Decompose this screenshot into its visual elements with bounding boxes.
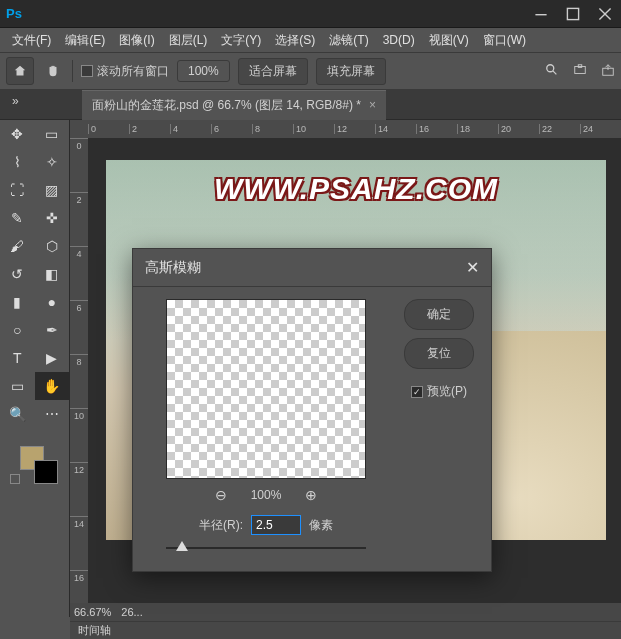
svg-rect-0 (535, 14, 546, 15)
document-tab-close-icon[interactable]: × (369, 98, 376, 112)
eraser-tool[interactable]: ◧ (35, 260, 70, 288)
gaussian-blur-dialog: 高斯模糊 ✕ ⊖ 100% ⊕ 半径(R): 像素 确定 复位 (132, 248, 492, 572)
menu-image[interactable]: 图像(I) (113, 30, 160, 51)
scroll-all-checkbox[interactable]: 滚动所有窗口 (81, 63, 169, 80)
svg-line-5 (553, 70, 557, 74)
lasso-tool[interactable]: ⌇ (0, 148, 35, 176)
title-bar: Ps (0, 0, 621, 28)
menu-filter[interactable]: 滤镜(T) (323, 30, 374, 51)
menu-edit[interactable]: 编辑(E) (59, 30, 111, 51)
document-tab[interactable]: 面粉山的金莲花.psd @ 66.7% (图层 14, RGB/8#) * × (82, 90, 386, 120)
crop-tool[interactable]: ⛶ (0, 176, 35, 204)
frame-tool[interactable]: ▨ (35, 176, 70, 204)
minimize-button[interactable] (525, 0, 557, 28)
menu-file[interactable]: 文件(F) (6, 30, 57, 51)
radius-label: 半径(R): (199, 517, 243, 534)
radius-unit: 像素 (309, 517, 333, 534)
svg-point-4 (547, 64, 554, 71)
brush-tool[interactable]: 🖌 (0, 232, 35, 260)
gradient-tool[interactable]: ▮ (0, 288, 35, 316)
background-color[interactable] (34, 460, 58, 484)
preview-checkbox[interactable]: ✓ 预览(P) (411, 383, 467, 400)
magic-wand-tool[interactable]: ✧ (35, 148, 70, 176)
separator (72, 60, 73, 82)
menu-bar: 文件(F) 编辑(E) 图像(I) 图层(L) 文字(Y) 选择(S) 滤镜(T… (0, 28, 621, 52)
fill-screen-button[interactable]: 填充屏幕 (316, 58, 386, 85)
toolbox-more[interactable]: ⋯ (35, 400, 70, 428)
toolbox: ✥ ▭ ⌇ ✧ ⛶ ▨ ✎ ✜ 🖌 ⬡ ↺ ◧ ▮ ● ○ ✒ T ▶ ▭ ✋ … (0, 120, 70, 617)
fit-screen-button[interactable]: 适合屏幕 (238, 58, 308, 85)
menu-view[interactable]: 视图(V) (423, 30, 475, 51)
swap-colors-icon[interactable] (10, 474, 20, 484)
home-button[interactable] (6, 57, 34, 85)
path-select-tool[interactable]: ▶ (35, 344, 70, 372)
zoom-tool[interactable]: 🔍 (0, 400, 35, 428)
eyedropper-tool[interactable]: ✎ (0, 204, 35, 232)
zoom-value[interactable]: 100% (177, 60, 230, 82)
watermark-text: WWW.PSAHZ.COM (214, 172, 498, 206)
radius-input[interactable] (251, 515, 301, 535)
document-tab-title: 面粉山的金莲花.psd @ 66.7% (图层 14, RGB/8#) * (92, 97, 361, 114)
status-zoom[interactable]: 66.67% (74, 606, 111, 618)
preview-thumbnail[interactable] (166, 299, 366, 479)
menu-type[interactable]: 文字(Y) (215, 30, 267, 51)
move-tool[interactable]: ✥ (0, 120, 35, 148)
hand-tool-icon (42, 64, 64, 78)
menu-window[interactable]: 窗口(W) (477, 30, 532, 51)
type-tool[interactable]: T (0, 344, 35, 372)
svg-rect-1 (567, 8, 578, 19)
preview-zoom-value: 100% (251, 488, 282, 502)
ok-button[interactable]: 确定 (404, 299, 474, 330)
reset-button[interactable]: 复位 (404, 338, 474, 369)
options-bar: 滚动所有窗口 100% 适合屏幕 填充屏幕 (0, 52, 621, 90)
dialog-title-text: 高斯模糊 (145, 259, 201, 277)
hand-tool[interactable]: ✋ (35, 372, 70, 400)
dodge-tool[interactable]: ○ (0, 316, 35, 344)
dialog-title-bar[interactable]: 高斯模糊 ✕ (133, 249, 491, 287)
status-info: 26... (121, 606, 142, 618)
shape-tool[interactable]: ▭ (0, 372, 35, 400)
close-button[interactable] (589, 0, 621, 28)
learn-icon[interactable] (573, 63, 587, 80)
slider-thumb[interactable] (176, 541, 188, 551)
maximize-button[interactable] (557, 0, 589, 28)
pen-tool[interactable]: ✒ (35, 316, 70, 344)
radius-slider[interactable] (166, 539, 366, 559)
ruler-horizontal: 024681012141618202224 (88, 120, 621, 138)
blur-tool[interactable]: ● (35, 288, 70, 316)
dialog-close-icon[interactable]: ✕ (466, 258, 479, 277)
document-tab-bar: 面粉山的金莲花.psd @ 66.7% (图层 14, RGB/8#) * × (0, 90, 621, 120)
share-icon[interactable] (601, 63, 615, 80)
stamp-tool[interactable]: ⬡ (35, 232, 70, 260)
ruler-vertical: 0246810121416 (70, 138, 88, 617)
zoom-in-icon[interactable]: ⊕ (305, 487, 317, 503)
history-brush-tool[interactable]: ↺ (0, 260, 35, 288)
menu-3d[interactable]: 3D(D) (377, 31, 421, 49)
search-icon[interactable] (545, 63, 559, 80)
status-bar: 66.67% 26... 时间轴 (70, 603, 621, 639)
scroll-all-label: 滚动所有窗口 (97, 63, 169, 80)
color-swatches (0, 440, 69, 490)
menu-select[interactable]: 选择(S) (269, 30, 321, 51)
zoom-out-icon[interactable]: ⊖ (215, 487, 227, 503)
timeline-panel-label[interactable]: 时间轴 (78, 623, 111, 638)
menu-layer[interactable]: 图层(L) (163, 30, 214, 51)
window-controls (525, 0, 621, 28)
ruler-corner (70, 120, 88, 138)
expand-dock-icon[interactable]: » (12, 94, 19, 108)
marquee-tool[interactable]: ▭ (35, 120, 70, 148)
preview-checkbox-label: 预览(P) (427, 383, 467, 400)
app-logo: Ps (0, 0, 28, 28)
healing-tool[interactable]: ✜ (35, 204, 70, 232)
